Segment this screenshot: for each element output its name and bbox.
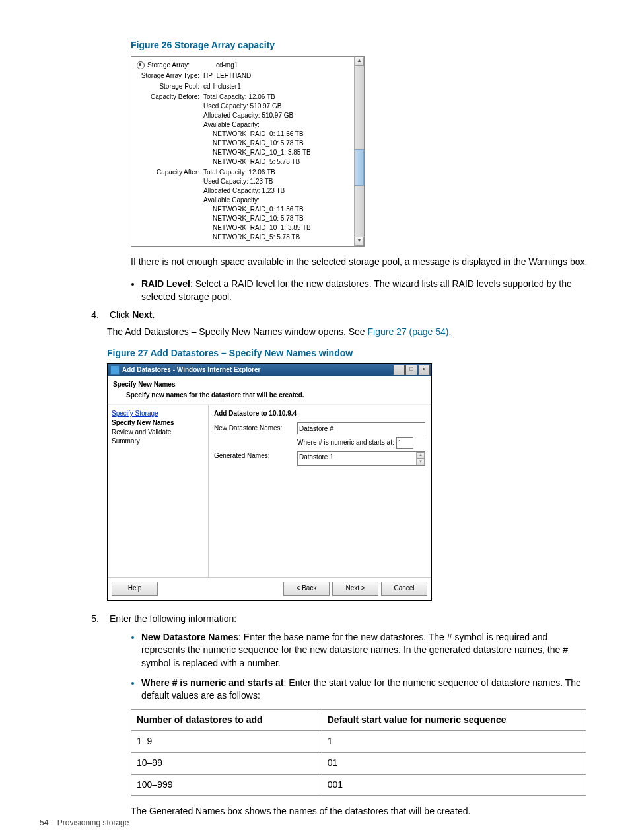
generated-names-label: Generated Names: (214, 451, 297, 461)
td: 100–999 (131, 774, 322, 796)
cap-after-r0: NETWORK_RAID_0: 11.56 TB (203, 206, 304, 213)
raid-level-bullet: RAID Level: Select a RAID level for the … (141, 278, 590, 303)
cap-before-r10: NETWORK_RAID_10: 5.78 TB (203, 139, 304, 147)
table-row: 100–999 001 (131, 774, 586, 796)
button-row: Help < Back Next > Cancel (108, 577, 431, 600)
step-5-num: 5. (79, 613, 99, 626)
td: 001 (322, 774, 586, 796)
step-5: 5. Enter the following information: (79, 613, 590, 626)
close-button[interactable]: × (418, 365, 430, 375)
figure27-caption: Figure 27 Add Datastores – Specify New N… (107, 347, 590, 360)
cap-after-used: Used Capacity: 1.23 TB (203, 178, 273, 185)
back-button[interactable]: < Back (283, 582, 330, 596)
new-datastore-names-label: New Datastore Names: (214, 424, 297, 433)
bullet-where-numeric: Where # is numeric and starts at: Enter … (141, 677, 590, 703)
figure27-window: Add Datastores - Windows Internet Explor… (107, 363, 432, 601)
default-start-value-table: Number of datastores to add Default star… (131, 709, 586, 796)
page-footer: 54 Provisioning storage (40, 818, 129, 829)
cap-before-r5: NETWORK_RAID_5: 5.78 TB (203, 158, 300, 165)
capacity-after-label: Capacity After: (137, 168, 203, 177)
capacity-after-block: Total Capacity: 12.06 TB Used Capacity: … (203, 168, 353, 242)
next-button[interactable]: Next > (332, 582, 378, 596)
generated-names-value: Datastore 1 (299, 453, 333, 465)
cap-after-total: Total Capacity: 12.06 TB (203, 169, 275, 176)
td: 10–99 (131, 752, 322, 774)
scroll-up-icon[interactable]: ▲ (355, 57, 364, 66)
step-4-sub: The Add Datastores – Specify New Names w… (107, 326, 368, 337)
where-label: Where # is numeric and starts at: (297, 438, 394, 447)
storage-array-label: Storage Array: (147, 61, 193, 70)
nav-specify-storage[interactable]: Specify Storage (112, 409, 204, 418)
cap-before-avail: Available Capacity: (203, 121, 260, 128)
table-row: 10–99 01 (131, 752, 586, 774)
step-4: 4. Click Next. (79, 309, 590, 322)
storage-array-value: cd-mg1 (201, 61, 353, 70)
ie-icon (110, 365, 120, 375)
storage-pool-value: cd-lhcluster1 (203, 82, 353, 91)
cap-before-r0: NETWORK_RAID_0: 11.56 TB (203, 130, 304, 137)
cap-after-avail: Available Capacity: (203, 196, 260, 204)
td: 1–9 (131, 731, 322, 753)
genbox-scroll-up-icon[interactable]: ▲ (417, 452, 425, 459)
wizard-content: Add Datastore to 10.10.9.4 New Datastore… (209, 405, 431, 577)
new-datastore-names-input[interactable] (297, 422, 425, 434)
cap-before-used: Used Capacity: 510.97 GB (203, 102, 281, 110)
nav-specify-new-names: Specify New Names (112, 418, 204, 428)
bullet-a-bold: New Datastore Names (141, 632, 238, 642)
cancel-button[interactable]: Cancel (381, 582, 427, 596)
window-title: Add Datastores - Windows Internet Explor… (122, 365, 260, 375)
capacity-before-block: Total Capacity: 12.06 TB Used Capacity: … (203, 93, 353, 167)
cap-after-alloc: Allocated Capacity: 1.23 TB (203, 187, 285, 194)
radio-selected-icon[interactable] (137, 61, 145, 69)
storage-array-type-value: HP_LEFTHAND (203, 71, 353, 81)
bullet-b-bold: Where # is numeric and starts at (141, 677, 284, 688)
storage-array-type-label: Storage Array Type: (137, 71, 203, 81)
th-default: Default start value for numeric sequence (322, 709, 586, 731)
cap-after-r10: NETWORK_RAID_10: 5.78 TB (203, 215, 304, 222)
help-button[interactable]: Help (112, 582, 158, 596)
figure26-scrollbar[interactable]: ▲ ▼ (354, 57, 364, 246)
raid-level-bold: RAID Level (141, 278, 190, 289)
content-title: Add Datastore to 10.10.9.4 (214, 409, 426, 418)
minimize-button[interactable]: _ (393, 365, 405, 375)
cap-after-r5: NETWORK_RAID_5: 5.78 TB (203, 233, 300, 241)
genbox-scrollbar[interactable]: ▲ ▼ (416, 452, 425, 465)
page-number: 54 (40, 818, 48, 827)
generated-names-box[interactable]: Datastore 1 ▲ ▼ (297, 451, 425, 466)
table-row: 1–9 1 (131, 731, 586, 753)
raid-level-text: : Select a RAID level for the new datast… (141, 278, 572, 302)
step-4-pre: Click (110, 309, 132, 320)
cap-before-r101: NETWORK_RAID_10_1: 3.85 TB (203, 149, 311, 156)
figure26-panel: ▲ ▼ Storage Array: cd-mg1 Storage Array … (131, 56, 365, 247)
genbox-scroll-down-icon[interactable]: ▼ (417, 459, 425, 465)
generated-names-paragraph: The Generated Names box shows the names … (131, 805, 590, 818)
td: 1 (322, 731, 586, 753)
nav-summary: Summary (112, 437, 204, 446)
bullet-new-datastore-names: New Datastore Names: Enter the base name… (141, 631, 590, 670)
figure27-link[interactable]: Figure 27 (page 54) (368, 326, 449, 337)
cap-before-total: Total Capacity: 12.06 TB (203, 93, 275, 100)
footer-title: Provisioning storage (57, 818, 129, 827)
step-4-sub-post: . (449, 326, 452, 337)
step-5-text: Enter the following information: (110, 613, 236, 624)
warning-paragraph: If there is not enough space available i… (131, 256, 590, 269)
step-4-body: The Add Datastores – Specify New Names w… (107, 326, 590, 339)
step-4-post: . (152, 309, 155, 320)
storage-pool-label: Storage Pool: (137, 82, 203, 91)
window-titlebar[interactable]: Add Datastores - Windows Internet Explor… (108, 364, 431, 376)
figure26-caption: Figure 26 Storage Array capacity (131, 39, 590, 52)
step-4-num: 4. (79, 309, 99, 322)
maximize-button[interactable]: □ (405, 365, 417, 375)
td: 01 (322, 752, 586, 774)
cap-after-r101: NETWORK_RAID_10_1: 3.85 TB (203, 224, 311, 231)
capacity-before-label: Capacity Before: (137, 93, 203, 102)
scroll-down-icon[interactable]: ▼ (355, 237, 364, 246)
where-numeric-input[interactable] (396, 437, 413, 449)
dialog-header: Specify New Names (108, 376, 431, 391)
cap-before-alloc: Allocated Capacity: 510.97 GB (203, 112, 293, 119)
step-4-bold: Next (132, 309, 152, 320)
th-number: Number of datastores to add (131, 709, 322, 731)
dialog-subheader: Specify new names for the datastore that… (108, 391, 431, 404)
wizard-nav: Specify Storage Specify New Names Review… (108, 405, 208, 577)
scroll-thumb[interactable] (355, 149, 364, 186)
